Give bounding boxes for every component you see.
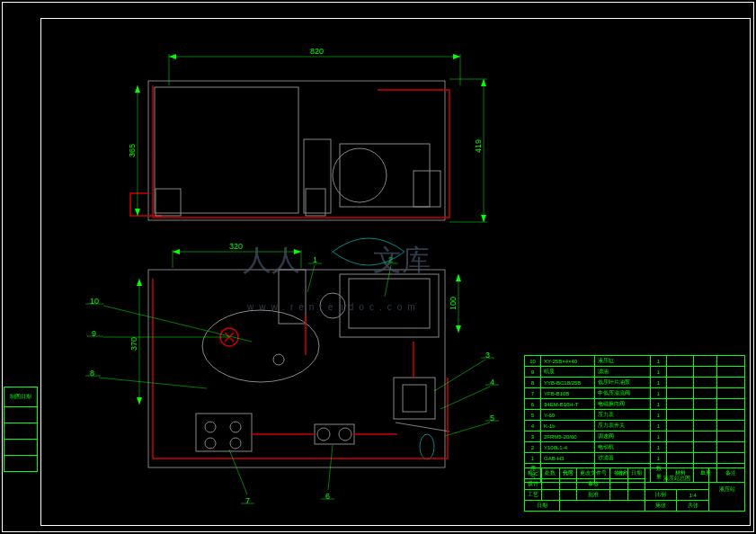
top-pipe xyxy=(130,85,449,218)
parts-row: 7YFB-B10B中低压溢流阀1 xyxy=(525,388,745,399)
top-fitting1 xyxy=(156,189,181,216)
balloon-10: 10 xyxy=(90,297,99,306)
top-baseplate xyxy=(148,81,445,220)
dim-370: 370 xyxy=(129,337,138,351)
top-motor-end xyxy=(333,148,387,202)
parts-row: 4K-1b压力表开关1 xyxy=(525,421,745,432)
svg-point-8 xyxy=(205,422,216,432)
balloon-6: 6 xyxy=(325,492,330,501)
balloon-8: 8 xyxy=(90,369,94,378)
top-tank xyxy=(155,87,298,213)
svg-point-9 xyxy=(230,422,241,432)
top-motor-body xyxy=(340,144,430,207)
svg-marker-18 xyxy=(456,274,461,281)
top-coupling xyxy=(414,171,440,207)
balloon-1: 1 xyxy=(313,255,317,264)
svg-marker-4 xyxy=(135,85,140,93)
svg-marker-0 xyxy=(169,54,176,59)
revision-block: 制图日期 xyxy=(4,387,38,472)
dim-820: 820 xyxy=(310,47,324,56)
plan-baseplate xyxy=(148,270,445,467)
svg-marker-3 xyxy=(481,215,486,222)
balloon-9: 9 xyxy=(92,329,96,338)
dim-419: 419 xyxy=(474,139,483,153)
watermark-url: www.renrendoc.com xyxy=(246,302,421,312)
parts-list: 10XY-25B×4×40液压缸19纸质滤油18YYB-BC18/25B低压叶片… xyxy=(524,355,745,483)
dim-320: 320 xyxy=(229,242,243,251)
balloon-5: 5 xyxy=(490,414,494,423)
parts-row: 32FRM5-20/60调速阀1 xyxy=(525,432,745,442)
svg-marker-2 xyxy=(481,79,486,86)
drawing-main: 液压站 xyxy=(709,468,745,512)
watermark-2: 文库 xyxy=(373,244,431,276)
svg-point-12 xyxy=(317,428,330,441)
balloon-4: 4 xyxy=(490,378,494,387)
parts-row: 1GAB-H3过滤器1 xyxy=(525,453,745,464)
svg-marker-5 xyxy=(135,209,140,216)
title-block: 标记处数分区更改文件号签名日期 液压站总图 液压站 设计审核 工艺批准比例1:4… xyxy=(524,467,745,512)
drawing-title: 液压站总图 xyxy=(645,468,708,490)
svg-marker-17 xyxy=(137,397,142,405)
balloon-7: 7 xyxy=(245,496,250,505)
balloon-3: 3 xyxy=(485,351,490,360)
svg-marker-1 xyxy=(453,54,460,59)
svg-point-13 xyxy=(339,428,351,441)
svg-rect-7 xyxy=(403,385,426,412)
plan-gauge xyxy=(420,434,434,459)
plan-manifold xyxy=(196,414,252,451)
top-block1 xyxy=(304,139,331,213)
parts-row: 8YYB-BC18/25B低压叶片油泵1 xyxy=(525,378,745,388)
parts-row: 10XY-25B×4×40液压缸1 xyxy=(525,356,745,367)
dim-100: 100 xyxy=(449,297,458,310)
plan-tank xyxy=(202,310,319,382)
svg-point-10 xyxy=(205,438,216,449)
svg-point-11 xyxy=(230,438,241,449)
plan-valve-block xyxy=(394,378,435,419)
svg-marker-16 xyxy=(137,279,142,286)
plan-midvalve xyxy=(315,424,354,444)
parts-row: 5Y-60压力表1 xyxy=(525,410,745,421)
plan-port1 xyxy=(273,354,284,365)
watermark-1: 人人 xyxy=(243,244,300,276)
svg-marker-14 xyxy=(173,249,180,254)
parts-row: 9纸质滤油1 xyxy=(525,367,745,378)
svg-marker-19 xyxy=(456,325,461,333)
top-fitting2 xyxy=(306,189,325,216)
parts-row: 634EM-B10H-T电磁换向阀1 xyxy=(525,399,745,410)
dim-365: 365 xyxy=(128,144,137,157)
parts-row: 2Y100L1-4电动机1 xyxy=(525,442,745,453)
